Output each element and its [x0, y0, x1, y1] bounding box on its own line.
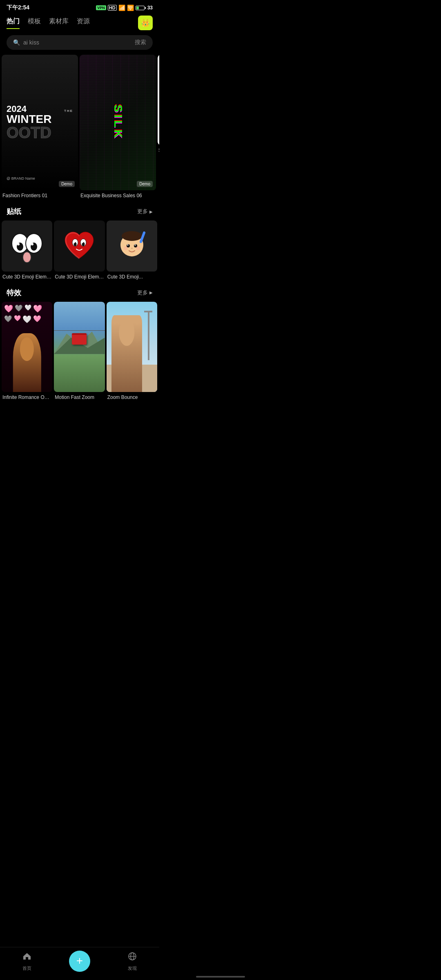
stickers-title: 贴纸 [7, 207, 21, 216]
tab-hot[interactable]: 热门 [7, 17, 20, 29]
effect-image-fastzoom [54, 302, 105, 392]
svg-point-15 [82, 242, 83, 243]
effects-more-label: 更多 [137, 289, 148, 296]
crown-button[interactable]: 👑 [138, 16, 153, 30]
stickers-section-header: 贴纸 更多 ▶ [0, 198, 159, 220]
svg-point-9 [23, 252, 31, 263]
tab-template[interactable]: 模板 [28, 17, 41, 29]
effect-card-fastzoom[interactable]: Motion Fast Zoom [54, 302, 105, 400]
sticker-image-emoji-other [107, 220, 157, 271]
nav-tabs: 热门 模板 素材库 资源 [7, 17, 90, 29]
stickers-more-label: 更多 [137, 208, 148, 215]
sticker-card-emoji10[interactable]: Cute 3D Emoji Element 10 [54, 220, 105, 279]
effect-title-zoombounce: Zoom Bounce [107, 392, 157, 400]
tab-resources[interactable]: 资源 [77, 17, 90, 29]
search-bar[interactable]: 🔍 ai kiss 搜索 [7, 35, 153, 50]
stickers-more-link[interactable]: 更多 ▶ [137, 208, 153, 215]
svg-point-25 [136, 246, 140, 250]
stickers-more-arrow: ▶ [149, 209, 153, 214]
effect-title-fastzoom: Motion Fast Zoom [54, 392, 105, 400]
sticker-card-emoji-other[interactable]: Cute 3D Emoji... [107, 220, 157, 279]
effect-card-zoombounce[interactable]: Zoom Bounce [107, 302, 157, 400]
time: 下午2:54 [7, 4, 29, 11]
battery-percent: 33 [147, 5, 153, 11]
demo-badge-glitch: Demo [137, 181, 153, 187]
template-card-glitch[interactable]: SILK Demo Exquisite Business Sales 06 [80, 55, 156, 198]
template-card-fashion[interactable]: 2024 THE WINTER OOTD @ BRAND Name Demo F… [2, 55, 78, 198]
svg-point-8 [31, 243, 33, 245]
effects-title: 特效 [7, 288, 21, 298]
sticker-title-emoji10: Cute 3D Emoji Element 10 [54, 272, 105, 280]
sticker-image-emoji07 [2, 220, 52, 271]
svg-point-7 [17, 243, 20, 245]
svg-point-21 [127, 244, 128, 245]
svg-point-24 [124, 246, 128, 250]
effects-more-arrow: ▶ [149, 290, 153, 295]
sticker-image-emoji10 [54, 220, 105, 271]
stickers-row: Cute 3D Emoji Element 07 [0, 220, 159, 279]
hd-icon: HD [108, 5, 117, 11]
effects-section-header: 特效 更多 ▶ [0, 280, 159, 302]
status-icons: VPN HD 📶 🛜 33 [96, 4, 153, 11]
svg-point-22 [134, 244, 136, 245]
svg-point-14 [74, 242, 75, 243]
effect-title-romance: Infinite Romance Overlay... [2, 392, 52, 400]
effect-image-romance: 🩷 🩶 🤍 🩷 🩶 🩷 🤍 🩷 [2, 302, 52, 392]
template-title-simple: Simple Outro 0... [158, 145, 159, 153]
template-card-simple[interactable]: WWW.FILM... Simple Outro 0... [158, 55, 159, 198]
status-bar: 下午2:54 VPN HD 📶 🛜 33 [0, 0, 159, 14]
search-input[interactable]: ai kiss [23, 39, 131, 46]
effect-image-zoombounce [107, 302, 157, 392]
vpn-icon: VPN [96, 5, 106, 10]
search-icon: 🔍 [13, 39, 20, 46]
sticker-title-emoji-other: Cute 3D Emoji... [107, 272, 157, 280]
sticker-title-emoji07: Cute 3D Emoji Element 07 [2, 272, 52, 280]
template-title-glitch: Exquisite Business Sales 06 [80, 190, 156, 198]
svg-point-17 [122, 231, 142, 241]
tab-assets[interactable]: 素材库 [49, 17, 69, 29]
effects-more-link[interactable]: 更多 ▶ [137, 289, 153, 296]
effect-card-romance[interactable]: 🩷 🩶 🤍 🩷 🩶 🩷 🤍 🩷 Infinite Roma [2, 302, 52, 400]
search-button[interactable]: 搜索 [135, 39, 146, 46]
effects-row: 🩷 🩶 🤍 🩷 🩶 🩷 🤍 🩷 Infinite Roma [0, 302, 159, 400]
signal-icon: 📶 [118, 4, 125, 11]
template-cards-row: 2024 THE WINTER OOTD @ BRAND Name Demo F… [0, 55, 159, 198]
svg-point-23 [131, 247, 133, 249]
sticker-card-emoji07[interactable]: Cute 3D Emoji Element 07 [2, 220, 52, 279]
battery-icon [136, 6, 146, 10]
top-navigation: 热门 模板 素材库 资源 👑 [0, 14, 159, 30]
content-area: 2024 THE WINTER OOTD @ BRAND Name Demo F… [0, 55, 159, 433]
wifi-icon: 🛜 [127, 4, 134, 11]
demo-badge-fashion: Demo [59, 181, 75, 187]
template-title-fashion: Fashion Frontiers 01 [2, 190, 78, 198]
